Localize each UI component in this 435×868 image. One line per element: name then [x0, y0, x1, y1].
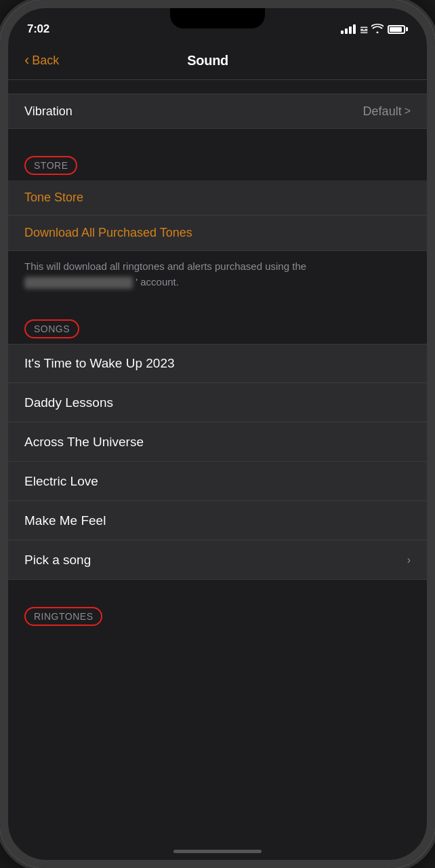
song-name: Daddy Lessons: [24, 395, 113, 410]
status-time: 7:02: [27, 22, 49, 36]
download-tones-row[interactable]: Download All Purchased Tones: [8, 216, 427, 251]
content-area[interactable]: Vibration Default > STORE Tone Store Dow…: [8, 80, 427, 860]
song-item[interactable]: Electric Love: [8, 462, 427, 501]
song-item[interactable]: Daddy Lessons: [8, 383, 427, 422]
download-description: This will download all ringtones and ale…: [8, 251, 427, 300]
page-title: Sound: [187, 53, 228, 68]
vibration-chevron-icon: >: [405, 105, 411, 117]
phone-frame: 7:02 𝌏 ‹: [0, 0, 435, 868]
songs-section: SONGS It's Time to Wake Up 2023Daddy Les…: [8, 306, 427, 580]
vibration-group: Vibration Default >: [8, 94, 427, 129]
song-name: Pick a song: [24, 553, 91, 568]
ringtones-section-header: RINGTONES: [8, 593, 427, 631]
notch: [170, 8, 265, 28]
tone-store-row[interactable]: Tone Store: [8, 180, 427, 216]
back-label: Back: [32, 54, 59, 68]
ringtones-section-label: RINGTONES: [24, 607, 102, 626]
home-indicator[interactable]: [173, 850, 262, 853]
song-name: Electric Love: [24, 474, 98, 489]
store-section-header: STORE: [8, 142, 427, 180]
song-item[interactable]: It's Time to Wake Up 2023: [8, 344, 427, 383]
song-name: Make Me Feel: [24, 513, 106, 528]
vibration-value: Default >: [363, 104, 411, 119]
vibration-row[interactable]: Vibration Default >: [8, 94, 427, 129]
back-button[interactable]: ‹ Back: [24, 53, 59, 69]
signal-icon: [341, 24, 356, 34]
vibration-label: Vibration: [24, 104, 72, 119]
songs-section-header: SONGS: [8, 306, 427, 344]
pick-song-chevron-icon: ›: [407, 554, 411, 566]
tone-store-link[interactable]: Tone Store: [24, 191, 83, 205]
ringtones-section: RINGTONES: [8, 593, 427, 672]
account-name-blurred: [24, 277, 133, 289]
status-icons: 𝌏: [341, 24, 408, 35]
song-item[interactable]: Across The Universe: [8, 422, 427, 462]
songs-list: It's Time to Wake Up 2023Daddy LessonsAc…: [8, 344, 427, 580]
nav-bar: ‹ Back Sound: [8, 42, 427, 80]
song-name: Across The Universe: [24, 435, 144, 450]
wifi-icon: 𝌏: [360, 24, 384, 35]
song-name: It's Time to Wake Up 2023: [24, 356, 175, 371]
store-section-label: STORE: [24, 156, 77, 175]
back-chevron-icon: ‹: [24, 52, 29, 69]
song-item[interactable]: Pick a song›: [8, 540, 427, 580]
battery-icon: [388, 25, 408, 34]
songs-section-label: SONGS: [24, 319, 79, 338]
store-section: STORE Tone Store Download All Purchased …: [8, 142, 427, 300]
song-item[interactable]: Make Me Feel: [8, 501, 427, 540]
download-tones-link[interactable]: Download All Purchased Tones: [24, 226, 192, 240]
phone-screen: 7:02 𝌏 ‹: [8, 8, 427, 860]
